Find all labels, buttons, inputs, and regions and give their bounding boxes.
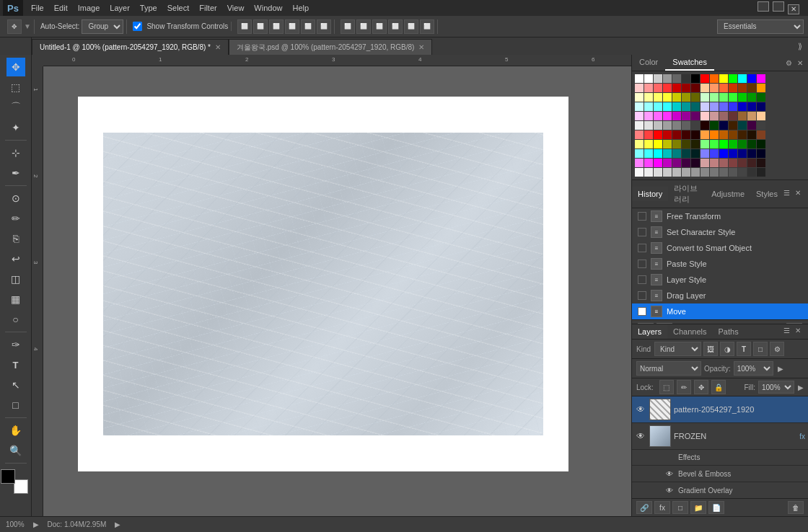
lasso-tool-btn[interactable]: ⌒ <box>6 98 25 117</box>
swatch-cell-4-9[interactable] <box>719 112 728 120</box>
eyedropper-btn[interactable]: ✒ <box>6 164 25 182</box>
styles-tab[interactable]: Styles <box>750 187 783 201</box>
channels-tab[interactable]: Channels <box>667 324 712 339</box>
hand-btn[interactable]: ✋ <box>6 421 25 440</box>
filter-type-icon[interactable]: T <box>737 342 751 356</box>
shape-btn[interactable]: □ <box>6 396 25 414</box>
swatch-cell-2-13[interactable] <box>757 93 765 102</box>
swatch-cell-0-3[interactable] <box>663 74 672 83</box>
tab-frozen-close[interactable]: ✕ <box>418 43 424 51</box>
swatch-cell-2-11[interactable] <box>738 93 747 102</box>
swatch-extra-cell-3-4[interactable] <box>672 159 681 167</box>
workspace-selector[interactable]: Essentials <box>717 19 804 34</box>
filter-smart-icon[interactable]: ⚙ <box>770 342 784 356</box>
swatch-cell-2-1[interactable] <box>644 93 653 102</box>
move-tool-icon[interactable]: ✥ <box>7 19 22 34</box>
swatch-cell-3-10[interactable] <box>729 102 737 111</box>
swatch-cell-1-1[interactable] <box>644 84 653 92</box>
layer-sub-2[interactable]: 👁 Gradient Overlay <box>632 482 808 498</box>
swatch-extra-cell-2-10[interactable] <box>729 149 737 158</box>
swatch-cell-1-11[interactable] <box>738 84 747 92</box>
clone-stamp-btn[interactable]: ⎘ <box>6 229 25 248</box>
swatch-cell-5-11[interactable] <box>738 121 747 130</box>
swatch-extra-cell-1-9[interactable] <box>719 140 728 148</box>
zoom-popup-btn[interactable]: ▶ <box>30 519 42 531</box>
swatch-extra-cell-0-11[interactable] <box>738 130 747 139</box>
swatch-extra-cell-3-3[interactable] <box>663 159 672 167</box>
swatch-extra-cell-0-12[interactable] <box>747 130 756 139</box>
swatch-cell-0-11[interactable] <box>738 74 747 83</box>
swatch-extra-cell-0-1[interactable] <box>644 130 653 139</box>
tab-frozen[interactable]: 겨울왕국.psd @ 100% (pattern-2054297_1920, R… <box>229 39 432 55</box>
swatch-cell-4-3[interactable] <box>663 112 672 120</box>
swatch-cell-0-9[interactable] <box>719 74 728 83</box>
filter-pixel-icon[interactable]: 🖼 <box>703 342 718 356</box>
swatch-extra-cell-2-0[interactable] <box>635 149 644 158</box>
swatch-extra-cell-0-4[interactable] <box>672 130 681 139</box>
swatch-cell-0-0[interactable] <box>635 74 644 83</box>
menu-layer[interactable]: Layer <box>105 2 135 14</box>
swatch-extra-cell-4-13[interactable] <box>757 168 765 177</box>
swatch-extra-cell-1-10[interactable] <box>729 140 737 148</box>
swatch-extra-cell-0-13[interactable] <box>757 130 765 139</box>
history-item-2[interactable]: ≡Convert to Smart Object <box>632 240 808 256</box>
swatch-extra-cell-4-11[interactable] <box>738 168 747 177</box>
align-center-icon[interactable]: ⬜ <box>253 19 268 34</box>
dist5-icon[interactable]: ⬜ <box>420 19 434 34</box>
auto-select-dropdown[interactable]: Group Layer <box>82 19 123 34</box>
swatch-cell-4-11[interactable] <box>738 112 747 120</box>
swatch-extra-cell-4-12[interactable] <box>747 168 756 177</box>
fg-color-box[interactable] <box>1 469 15 484</box>
swatch-extra-cell-3-2[interactable] <box>654 159 662 167</box>
swatch-extra-cell-3-13[interactable] <box>757 159 765 167</box>
layer-pattern[interactable]: 👁 pattern-2054297_1920 <box>632 396 808 423</box>
swatch-cell-4-7[interactable] <box>701 112 709 120</box>
swatch-extra-cell-4-0[interactable] <box>635 168 644 177</box>
window-minimize-btn[interactable] <box>758 1 769 12</box>
swatch-cell-0-5[interactable] <box>682 74 690 83</box>
swatch-extra-cell-1-12[interactable] <box>747 140 756 148</box>
swatch-cell-2-0[interactable] <box>635 93 644 102</box>
lock-transparent-btn[interactable]: ⬚ <box>659 380 674 394</box>
dist4-icon[interactable]: ⬜ <box>404 19 418 34</box>
opacity-input[interactable]: 100% <box>734 361 773 376</box>
swatch-extra-cell-3-1[interactable] <box>644 159 653 167</box>
swatch-extra-cell-2-13[interactable] <box>757 149 765 158</box>
history-brush-btn[interactable]: ↩ <box>6 249 25 268</box>
panel-settings-icon[interactable]: ⚙ <box>783 58 794 68</box>
align-right-icon[interactable]: ⬜ <box>269 19 284 34</box>
swatch-cell-4-4[interactable] <box>672 112 681 120</box>
swatch-extra-cell-3-9[interactable] <box>719 159 728 167</box>
path-btn[interactable]: ↖ <box>6 376 25 394</box>
history-item-1[interactable]: ≡Set Character Style <box>632 224 808 240</box>
swatch-extra-cell-2-4[interactable] <box>672 149 681 158</box>
swatch-cell-3-1[interactable] <box>644 102 653 111</box>
bg-color-box[interactable] <box>14 479 28 494</box>
swatch-extra-cell-2-6[interactable] <box>691 149 700 158</box>
swatch-cell-5-0[interactable] <box>635 121 644 130</box>
swatch-extra-cell-4-9[interactable] <box>719 168 728 177</box>
swatch-extra-cell-3-10[interactable] <box>729 159 737 167</box>
tab-untitled-close[interactable]: ✕ <box>215 43 221 51</box>
library-tab[interactable]: 라이브러리 <box>668 180 706 208</box>
swatch-cell-1-7[interactable] <box>701 84 709 92</box>
layers-panel-close-icon[interactable]: ✕ <box>795 327 805 337</box>
brush-btn[interactable]: ✏ <box>6 209 25 228</box>
adjustments-tab[interactable]: Adjustme <box>706 187 750 201</box>
new-group-btn[interactable]: 📁 <box>690 501 706 514</box>
swatch-cell-3-7[interactable] <box>701 102 709 111</box>
layer-sub-0[interactable]: Effects <box>632 450 808 466</box>
swatch-extra-cell-3-0[interactable] <box>635 159 644 167</box>
swatch-cell-5-9[interactable] <box>719 121 728 130</box>
sub-eye-2[interactable]: 👁 <box>664 484 675 496</box>
panel-close-icon[interactable]: ✕ <box>795 58 805 68</box>
swatch-cell-3-5[interactable] <box>682 102 690 111</box>
crop-tool-btn[interactable]: ⊹ <box>6 143 25 162</box>
history-item-6[interactable]: ≡Move <box>632 303 808 319</box>
swatch-cell-3-13[interactable] <box>757 102 765 111</box>
swatch-cell-0-10[interactable] <box>729 74 737 83</box>
swatch-cell-1-8[interactable] <box>710 84 719 92</box>
zoom-btn[interactable]: 🔍 <box>6 441 25 460</box>
swatch-cell-5-13[interactable] <box>757 121 765 130</box>
layer-fx-icon[interactable]: fx <box>799 433 805 440</box>
